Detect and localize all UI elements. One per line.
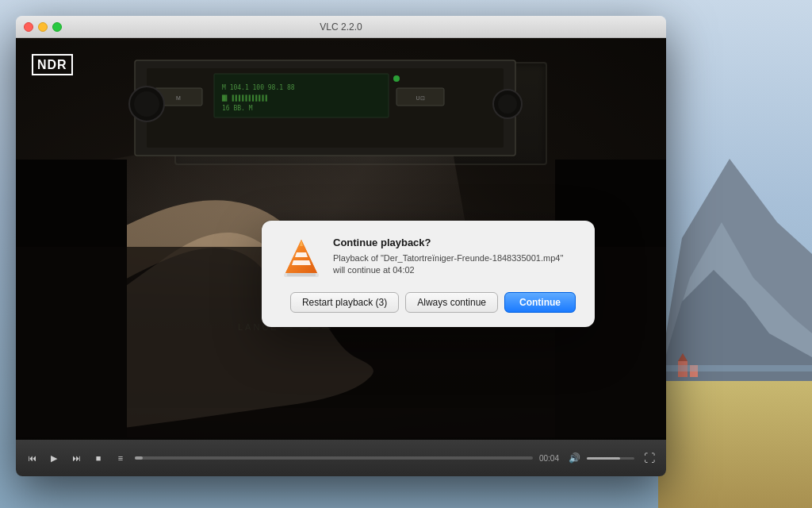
minimize-button[interactable] [38, 22, 48, 32]
maximize-button[interactable] [52, 22, 62, 32]
vlc-window: VLC 2.2.0 M 104.1 100 98.1 88 M [16, 16, 666, 476]
playlist-button[interactable]: ≡ [113, 452, 128, 464]
play-button[interactable]: ▶ [46, 452, 62, 465]
dialog-title: Continue playback? [333, 237, 576, 248]
traffic-lights [24, 22, 62, 32]
time-display: 00:04 [539, 454, 559, 463]
svg-marker-32 [295, 252, 308, 257]
svg-rect-35 [287, 273, 316, 276]
video-area[interactable]: M 104.1 100 98.1 88 M [16, 38, 666, 440]
svg-marker-33 [300, 240, 303, 246]
volume-icon[interactable]: 🔊 [565, 451, 584, 465]
always-continue-button[interactable]: Always continue [405, 292, 498, 313]
stop-button[interactable]: ■ [90, 452, 106, 464]
close-button[interactable] [24, 22, 33, 32]
window-title: VLC 2.2.0 [320, 21, 362, 33]
svg-text:M: M [176, 95, 181, 101]
desktop: VLC 2.2.0 M 104.1 100 98.1 88 M [0, 0, 812, 508]
svg-text:█▌ ▌▌▌▌▌▌▌▌▌▌▌: █▌ ▌▌▌▌▌▌▌▌▌▌▌ [221, 94, 269, 102]
restart-playback-button[interactable]: Restart playback (3) [290, 292, 399, 313]
controls-bar: ⏮ ▶ ⏭ ■ ≡ 00:04 🔊 ⛶ [16, 440, 666, 476]
svg-rect-8 [658, 365, 812, 371]
vlc-cone-icon [281, 237, 322, 278]
fullscreen-button[interactable]: ⛶ [641, 450, 658, 466]
progress-fill [135, 456, 143, 460]
title-bar: VLC 2.2.0 [16, 16, 666, 38]
svg-rect-1 [658, 381, 812, 508]
continue-playback-dialog: Continue playback? Playback of "Der_Tato… [262, 221, 595, 327]
svg-point-21 [134, 91, 159, 117]
volume-bar[interactable] [587, 457, 634, 460]
svg-text:16   BB.   M: 16 BB. M [222, 105, 253, 112]
fast-forward-button[interactable]: ⏭ [68, 452, 84, 464]
dialog-header: Continue playback? Playback of "Der_Tato… [281, 237, 576, 278]
ndr-logo: NDR [32, 54, 73, 75]
svg-text:U⊡: U⊡ [416, 95, 424, 101]
dialog-message: Playback of "Der_Tatortreïniger-Freunde-… [333, 252, 576, 277]
volume-fill [587, 457, 620, 460]
svg-point-23 [498, 94, 517, 114]
svg-text:M   104.1  100 98.1 88: M 104.1 100 98.1 88 [222, 84, 295, 91]
volume-area: 🔊 [565, 451, 634, 465]
dialog-text-content: Continue playback? Playback of "Der_Tato… [333, 237, 576, 277]
svg-point-24 [393, 75, 400, 82]
progress-bar[interactable] [135, 456, 533, 460]
dialog-buttons: Restart playback (3) Always continue Con… [281, 292, 576, 313]
svg-marker-31 [292, 260, 311, 265]
rewind-button[interactable]: ⏮ [24, 452, 40, 464]
continue-button[interactable]: Continue [504, 292, 576, 313]
